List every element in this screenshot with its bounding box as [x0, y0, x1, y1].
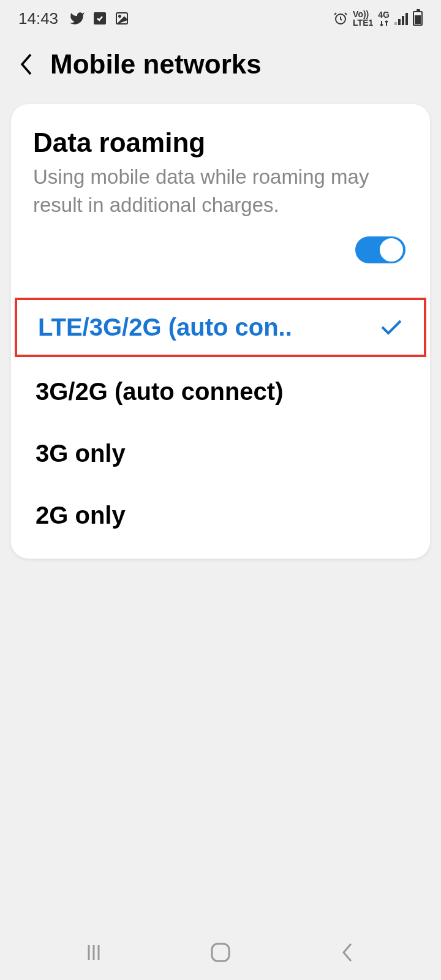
signal-icon: [394, 12, 408, 25]
roaming-toggle[interactable]: [355, 236, 405, 263]
volte-label: Vo)): [353, 10, 369, 18]
network-option-3g-only[interactable]: 3G only: [11, 423, 430, 484]
network-type: 4G: [378, 10, 390, 19]
twitter-icon: [69, 10, 85, 26]
checkbox-icon: [92, 11, 107, 26]
navigation-bar: [0, 925, 441, 980]
header: Mobile networks: [0, 37, 441, 104]
image-icon: [115, 11, 129, 26]
option-label: 3G/2G (auto connect): [36, 378, 405, 405]
network-option-lte-3g-2g[interactable]: LTE/3G/2G (auto con..: [13, 296, 428, 358]
checkmark-icon: [380, 314, 403, 341]
lte-label: LTE1: [353, 18, 373, 27]
home-button[interactable]: [202, 934, 239, 971]
back-button[interactable]: [18, 51, 36, 78]
status-left: 14:43: [18, 9, 129, 28]
alarm-icon: [333, 11, 348, 26]
network-mode-list: LTE/3G/2G (auto con.. 3G/2G (auto connec…: [11, 282, 430, 559]
svg-rect-7: [212, 944, 229, 961]
back-nav-button[interactable]: [329, 934, 366, 971]
battery-icon: [413, 11, 423, 26]
network-option-2g-only[interactable]: 2G only: [11, 484, 430, 546]
svg-point-2: [119, 15, 121, 17]
option-label: 3G only: [36, 440, 405, 467]
data-roaming-section[interactable]: Data roaming Using mobile data while roa…: [11, 104, 430, 282]
status-time: 14:43: [18, 9, 58, 28]
page-title: Mobile networks: [50, 49, 262, 80]
option-label: LTE/3G/2G (auto con..: [38, 314, 368, 341]
status-right: Vo)) LTE1 4G: [333, 10, 423, 27]
network-option-3g-2g[interactable]: 3G/2G (auto connect): [11, 361, 430, 423]
option-label: 2G only: [36, 502, 405, 529]
recents-button[interactable]: [75, 934, 112, 971]
data-arrows-icon: [379, 20, 389, 27]
status-bar: 14:43 Vo)) LTE1 4G: [0, 0, 441, 37]
roaming-title: Data roaming: [33, 127, 408, 158]
settings-card: Data roaming Using mobile data while roa…: [11, 104, 430, 559]
roaming-description: Using mobile data while roaming may resu…: [33, 163, 408, 219]
